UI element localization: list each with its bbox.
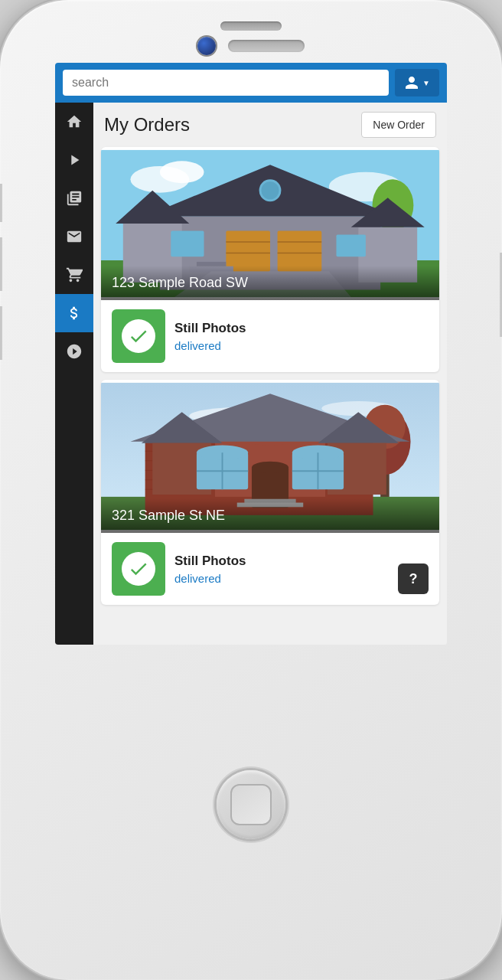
phone-frame: ▼	[0, 0, 502, 980]
volume-up-button[interactable]	[0, 184, 2, 222]
sidebar-item-next[interactable]	[55, 332, 93, 371]
messages-icon	[66, 228, 83, 245]
app-body: My Orders New Order	[55, 103, 447, 645]
order-status-2: delivered	[174, 572, 246, 585]
user-dropdown-chevron: ▼	[422, 79, 430, 87]
sidebar	[55, 103, 93, 645]
billing-icon	[66, 305, 83, 322]
svg-point-2	[160, 161, 204, 183]
phone-screen: ▼	[55, 63, 447, 645]
catalog-icon	[66, 190, 83, 207]
status-icon-box-1	[112, 309, 165, 363]
cart-icon	[66, 266, 83, 283]
page-title: My Orders	[104, 114, 190, 136]
main-content: My Orders New Order	[93, 103, 447, 645]
order-image-1: 123 Sample Road SW	[101, 147, 439, 300]
svg-rect-20	[336, 234, 365, 256]
volume-down-button[interactable]	[0, 237, 2, 291]
user-menu-button[interactable]: ▼	[395, 69, 439, 96]
camera-row	[197, 37, 305, 55]
help-button[interactable]: ?	[398, 564, 429, 594]
svg-point-55	[252, 462, 288, 473]
order-address-2: 321 Sample St NE	[101, 498, 439, 533]
phone-bottom	[217, 645, 285, 980]
app-container: ▼	[55, 63, 447, 645]
page-header: My Orders New Order	[93, 103, 447, 147]
search-wrapper[interactable]	[63, 70, 389, 96]
sidebar-item-catalog[interactable]	[55, 179, 93, 217]
sidebar-item-cart[interactable]	[55, 256, 93, 294]
home-button[interactable]	[217, 770, 285, 839]
order-image-2: 321 Sample St NE	[101, 380, 439, 533]
search-input[interactable]	[72, 76, 380, 90]
sidebar-item-messages[interactable]	[55, 217, 93, 256]
new-order-button[interactable]: New Order	[361, 112, 436, 138]
status-icon-box-2	[112, 542, 165, 596]
order-type-1: Still Photos	[174, 321, 246, 336]
next-icon	[66, 343, 83, 360]
home-button-inner	[230, 784, 272, 825]
order-details-1: Still Photos delivered	[101, 300, 439, 372]
app-header: ▼	[55, 63, 447, 103]
earpiece	[228, 40, 305, 52]
svg-point-22	[261, 181, 279, 199]
svg-rect-19	[171, 231, 204, 257]
front-camera	[197, 37, 216, 55]
silent-switch[interactable]	[0, 306, 2, 360]
sidebar-item-play[interactable]	[55, 141, 93, 179]
order-info-2: Still Photos delivered	[174, 554, 246, 585]
order-info-1: Still Photos delivered	[174, 321, 246, 352]
order-details-2: Still Photos delivered	[101, 533, 439, 605]
sidebar-item-home[interactable]	[55, 103, 93, 141]
order-address-1: 123 Sample Road SW	[101, 266, 439, 300]
sidebar-item-billing[interactable]	[55, 294, 93, 332]
checkmark-circle-1	[122, 319, 155, 353]
check-icon-2	[128, 558, 149, 580]
play-icon	[66, 152, 83, 168]
phone-top-bar	[0, 0, 502, 55]
orders-list: 123 Sample Road SW	[93, 147, 447, 612]
help-icon: ?	[409, 571, 418, 587]
order-card[interactable]: 123 Sample Road SW	[101, 147, 439, 372]
user-icon	[404, 75, 419, 90]
checkmark-circle-2	[122, 552, 155, 586]
order-card-2[interactable]: 321 Sample St NE	[101, 380, 439, 605]
check-icon-1	[128, 325, 149, 347]
home-icon	[66, 113, 83, 130]
order-type-2: Still Photos	[174, 554, 246, 569]
speaker	[220, 21, 282, 31]
order-status-1: delivered	[174, 339, 246, 352]
